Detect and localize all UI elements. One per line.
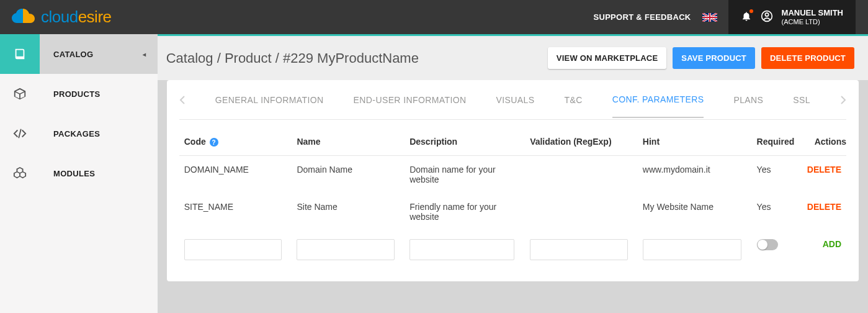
th-required: Required bbox=[752, 129, 802, 156]
tab-plans[interactable]: PLANS bbox=[733, 83, 763, 117]
params-table: Code ? Name Description Validation (RegE… bbox=[179, 129, 846, 269]
cubes-icon bbox=[0, 153, 40, 193]
th-name: Name bbox=[292, 129, 405, 156]
tab-conf-parameters[interactable]: CONF. PARAMETERS bbox=[612, 82, 704, 118]
logo-text: cloudesire bbox=[41, 7, 112, 27]
th-description: Description bbox=[405, 129, 525, 156]
notification-dot-icon bbox=[749, 9, 753, 13]
new-name-input[interactable] bbox=[297, 239, 394, 260]
sidebar-item-packages[interactable]: PACKAGES bbox=[0, 114, 158, 153]
tab-ssl[interactable]: SSL bbox=[793, 83, 810, 117]
tabs: GENERAL INFORMATION END-USER INFORMATION… bbox=[179, 80, 846, 120]
new-description-input[interactable] bbox=[409, 239, 514, 260]
svg-line-3 bbox=[19, 129, 21, 138]
new-row: ADD bbox=[179, 230, 846, 269]
table-row: SITE_NAME Site Name Friendly name for yo… bbox=[179, 193, 846, 230]
card: GENERAL INFORMATION END-USER INFORMATION… bbox=[167, 80, 859, 281]
tab-visuals[interactable]: VISUALS bbox=[496, 83, 535, 117]
book-icon bbox=[0, 34, 40, 74]
user-block[interactable]: MANUEL SMITH (ACME LTD) bbox=[728, 0, 856, 34]
support-feedback-link[interactable]: SUPPORT & FEEDBACK bbox=[593, 12, 691, 22]
content: Catalog / Product / #229 MyProductName V… bbox=[158, 34, 868, 313]
tab-tc[interactable]: T&C bbox=[564, 83, 582, 117]
add-row-button[interactable]: ADD bbox=[823, 239, 841, 249]
cube-icon bbox=[0, 74, 40, 114]
required-toggle[interactable] bbox=[757, 239, 778, 250]
sidebar-item-label: MODULES bbox=[53, 169, 95, 178]
avatar-icon bbox=[761, 10, 773, 24]
uk-flag-icon[interactable] bbox=[702, 13, 717, 22]
cell-description: Friendly name for your website bbox=[405, 193, 525, 230]
delete-product-button[interactable]: DELETE PRODUCT bbox=[761, 47, 854, 69]
tabs-prev-icon[interactable] bbox=[179, 96, 186, 104]
cell-required: Yes bbox=[752, 156, 802, 194]
header-right: SUPPORT & FEEDBACK MANUEL SMITH (ACME LT… bbox=[593, 0, 868, 34]
help-icon[interactable]: ? bbox=[210, 138, 218, 147]
sidebar-item-catalog[interactable]: CATALOG bbox=[0, 34, 158, 74]
header: cloudesire SUPPORT & FEEDBACK MANUEL SMI… bbox=[0, 0, 868, 34]
cell-hint: My Website Name bbox=[638, 193, 752, 230]
tabs-next-icon[interactable] bbox=[840, 96, 846, 104]
cell-required: Yes bbox=[752, 193, 802, 230]
new-validation-input[interactable] bbox=[530, 239, 627, 260]
cloud-icon bbox=[10, 8, 36, 27]
tab-end-user-information[interactable]: END-USER INFORMATION bbox=[354, 83, 467, 117]
view-on-marketplace-button[interactable]: VIEW ON MARKETPLACE bbox=[548, 47, 666, 69]
cell-validation bbox=[525, 156, 638, 194]
delete-row-button[interactable]: DELETE bbox=[807, 202, 841, 212]
th-validation: Validation (RegExp) bbox=[525, 129, 638, 156]
cell-hint: www.mydomain.it bbox=[638, 156, 752, 194]
new-hint-input[interactable] bbox=[643, 239, 741, 260]
svg-point-2 bbox=[765, 13, 768, 16]
logo[interactable]: cloudesire bbox=[0, 7, 184, 27]
user-name: MANUEL SMITH bbox=[782, 9, 843, 17]
sidebar-item-label: PACKAGES bbox=[53, 129, 100, 138]
sidebar-item-label: PRODUCTS bbox=[53, 89, 100, 99]
new-code-input[interactable] bbox=[184, 239, 282, 260]
th-hint: Hint bbox=[638, 129, 752, 156]
sidebar-item-modules[interactable]: MODULES bbox=[0, 153, 158, 193]
table-row: DOMAIN_NAME Domain Name Domain name for … bbox=[179, 156, 846, 194]
sidebar: CATALOG PRODUCTS PACKAGES MODULES bbox=[0, 34, 158, 313]
cell-description: Domain name for your website bbox=[405, 156, 525, 194]
cell-validation bbox=[525, 193, 638, 230]
cell-code: DOMAIN_NAME bbox=[179, 156, 292, 194]
save-product-button[interactable]: SAVE PRODUCT bbox=[673, 47, 755, 69]
sidebar-item-label: CATALOG bbox=[53, 50, 93, 59]
th-actions: Actions bbox=[801, 129, 846, 156]
tab-general-information[interactable]: GENERAL INFORMATION bbox=[215, 83, 324, 117]
th-code: Code ? bbox=[179, 129, 292, 156]
cell-name: Domain Name bbox=[292, 156, 405, 194]
user-company: (ACME LTD) bbox=[782, 18, 843, 25]
breadcrumb: Catalog / Product / #229 MyProductName bbox=[166, 50, 419, 66]
notifications-bell-icon[interactable] bbox=[741, 11, 752, 24]
cell-code: SITE_NAME bbox=[179, 193, 292, 230]
cell-name: Site Name bbox=[292, 193, 405, 230]
code-icon bbox=[0, 114, 40, 153]
sidebar-item-products[interactable]: PRODUCTS bbox=[0, 74, 158, 114]
delete-row-button[interactable]: DELETE bbox=[807, 165, 841, 175]
subheader: Catalog / Product / #229 MyProductName V… bbox=[158, 36, 868, 80]
